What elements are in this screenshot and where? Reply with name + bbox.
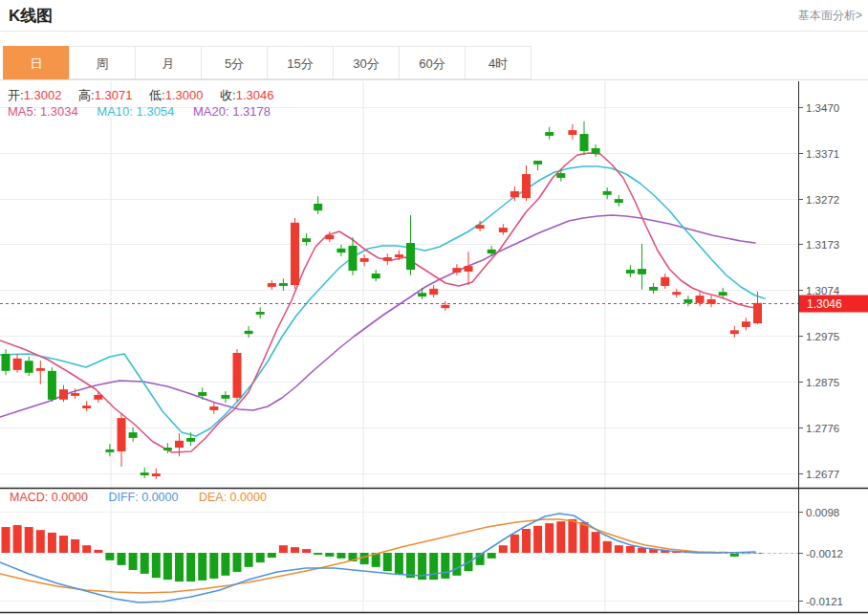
candle [25, 357, 33, 376]
macd-bar [256, 553, 265, 562]
macd-bar [383, 553, 392, 571]
ma20-label: MA20: [193, 104, 229, 119]
ma10-line [0, 166, 765, 436]
candle [13, 354, 22, 373]
svg-text:1.2975: 1.2975 [806, 331, 839, 342]
macd-bar [406, 553, 415, 578]
macd-bar [499, 545, 508, 553]
macd-bar [302, 549, 311, 553]
svg-text:-0.0121: -0.0121 [806, 596, 843, 607]
macd-bar [118, 553, 126, 565]
macd-bar [603, 541, 612, 553]
macd-bar [48, 533, 56, 553]
macd-bar [488, 553, 496, 559]
diff-label: DIFF: [108, 491, 138, 504]
svg-text:1.3046: 1.3046 [807, 297, 842, 311]
candle [406, 215, 415, 275]
macd-bar [175, 553, 184, 581]
macd-label: MACD: [10, 491, 48, 504]
macd-bar [452, 553, 461, 576]
macd-bar [71, 539, 79, 553]
macd-bar [186, 553, 195, 581]
svg-text:1.3074: 1.3074 [806, 285, 840, 296]
candle [649, 283, 658, 294]
candle [233, 349, 242, 402]
candle [580, 121, 589, 155]
svg-text:1.3470: 1.3470 [806, 102, 839, 114]
macd-bar [233, 553, 242, 572]
candle [152, 469, 161, 479]
macd-bar [268, 553, 276, 558]
macd-bar [163, 553, 172, 580]
candles [2, 121, 763, 479]
svg-text:1.2875: 1.2875 [806, 377, 839, 388]
candle [603, 187, 612, 199]
macd-bar [221, 553, 229, 576]
candle [452, 264, 461, 275]
candle [175, 433, 184, 456]
macd-bar [395, 553, 403, 575]
macd-axis-labels: 0.0098-0.0012-0.0121 [798, 507, 843, 607]
open-value: 1.3002 [24, 88, 62, 102]
macd-bar [533, 526, 542, 553]
close-value: 1.3046 [236, 88, 274, 102]
candle [707, 296, 716, 307]
macd-bar [13, 525, 22, 553]
macd-bar [105, 553, 114, 560]
candle [268, 280, 276, 290]
macd-bar [592, 532, 600, 553]
macd-bar [245, 553, 253, 567]
macd-bar [152, 553, 161, 578]
ma20-value: 1.3178 [232, 104, 271, 119]
candle [533, 161, 542, 170]
macd-bar [82, 545, 91, 553]
macd-bar [36, 530, 45, 553]
candle [2, 349, 11, 375]
macd-bar [336, 553, 345, 559]
candle [336, 245, 345, 256]
svg-text:1.2677: 1.2677 [806, 469, 839, 480]
macd-bar [94, 550, 102, 553]
candle [360, 254, 369, 266]
candle [94, 391, 102, 403]
macd-bar [209, 553, 218, 579]
candle [36, 361, 45, 384]
chart-frame [0, 81, 868, 613]
candle [626, 265, 635, 277]
price-axis-labels: 1.34701.33711.32721.31731.30741.29751.28… [798, 102, 840, 480]
high-value: 1.3071 [95, 88, 133, 102]
macd-bar [615, 545, 623, 553]
macd-bar [568, 519, 576, 553]
last-price-badge: 1.3046 [799, 296, 868, 313]
candle [499, 224, 508, 235]
svg-text:1.3371: 1.3371 [806, 148, 839, 160]
macd-bar [325, 553, 334, 557]
candle [256, 307, 265, 318]
candle [302, 233, 311, 246]
macd-bar [279, 545, 288, 553]
candle [661, 274, 669, 289]
svg-text:1.2776: 1.2776 [806, 423, 839, 434]
candle [118, 413, 126, 467]
candle [592, 144, 600, 157]
low-label: 低: [149, 88, 165, 102]
macd-bar [545, 523, 553, 553]
svg-text:1.3173: 1.3173 [806, 239, 839, 251]
macd-bar [626, 546, 635, 553]
candle [465, 252, 473, 285]
high-label: 高: [78, 88, 95, 102]
candle [418, 288, 426, 299]
dea-label: DEA: [199, 491, 227, 504]
macd-bar [2, 527, 11, 553]
svg-text:0.0098: 0.0098 [806, 507, 839, 518]
candle [742, 318, 750, 330]
candle [684, 296, 692, 306]
macd-bar [429, 553, 438, 580]
macd-bar [141, 553, 149, 574]
candle [441, 301, 449, 311]
macd-bar [556, 521, 565, 553]
candle [209, 403, 218, 414]
candle [105, 444, 114, 456]
macd-bar [314, 553, 322, 555]
kline-widget: K线图 基本面分析> 日 周 月 5分 15分 30分 60分 4时 1.347… [0, 0, 868, 614]
